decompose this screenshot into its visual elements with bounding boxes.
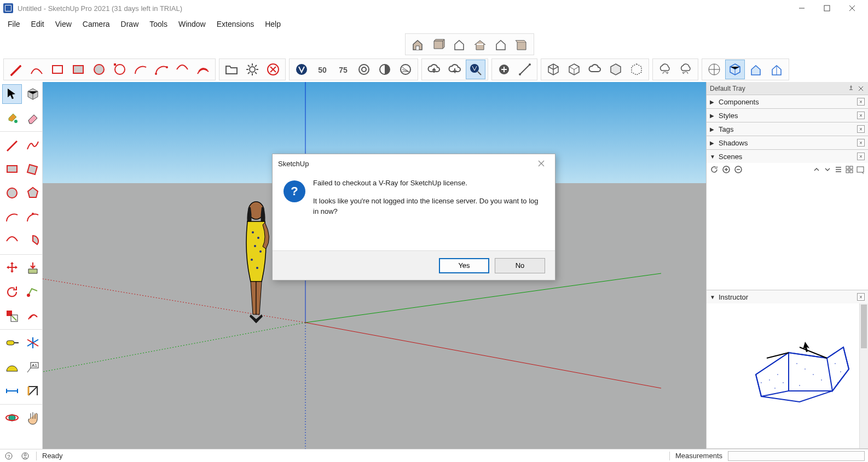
panel-close-icon[interactable]: ×	[857, 125, 865, 133]
rect-fill-button[interactable]	[68, 60, 88, 79]
arc-tool-2-tool[interactable]	[23, 207, 43, 227]
dialog-close-button[interactable]	[533, 156, 549, 171]
move-tool[interactable]	[2, 258, 22, 278]
panel-close-icon[interactable]: ×	[857, 153, 865, 160]
arc-tool-3-tool[interactable]	[2, 231, 22, 251]
house-roof-button[interactable]	[470, 34, 490, 54]
component-cube-tool[interactable]	[23, 84, 43, 104]
cloud-sync-down-button[interactable]	[676, 60, 696, 79]
line-tool-button[interactable]	[515, 60, 535, 79]
cube-blue-button[interactable]	[725, 60, 745, 79]
arc-free-button[interactable]	[172, 60, 192, 79]
offset-tool[interactable]	[23, 306, 43, 326]
add-scene-icon[interactable]	[722, 165, 731, 174]
house-blue-1-button[interactable]	[746, 60, 766, 79]
minimize-button[interactable]	[789, 0, 814, 16]
tray-panel-head-components[interactable]: ▶ Components ×	[707, 95, 868, 108]
cloud-sync-up-button[interactable]	[655, 60, 675, 79]
help-icon[interactable]: ?	[3, 451, 14, 461]
menu-tools[interactable]: Tools	[144, 17, 173, 31]
vray-logo-button[interactable]	[292, 60, 311, 79]
followme-tool[interactable]	[23, 282, 43, 302]
vray-50-button[interactable]: 50	[313, 60, 332, 79]
vray-cursor-button[interactable]	[466, 60, 485, 79]
render-half-button[interactable]	[375, 60, 395, 79]
menu-window[interactable]: Window	[173, 17, 211, 31]
circle-select-button[interactable]	[110, 60, 130, 79]
panel-close-icon[interactable]: ×	[857, 98, 865, 106]
house-blue-2-button[interactable]	[767, 60, 786, 79]
render-circle-button[interactable]	[354, 60, 374, 79]
tray-panel-head-styles[interactable]: ▶ Styles ×	[707, 109, 868, 122]
offset-arc-button[interactable]	[193, 60, 213, 79]
tray-panel-head-instructor[interactable]: ▼ Instructor ×	[707, 290, 868, 303]
scene-grid-icon[interactable]	[845, 165, 854, 174]
tray-panel-head-scenes[interactable]: ▼ Scenes ×	[707, 150, 868, 163]
house-open-button[interactable]	[408, 34, 427, 54]
folder-button[interactable]	[222, 60, 241, 79]
instructor-scrollbar[interactable]	[859, 303, 868, 448]
cube-2-button[interactable]	[564, 60, 584, 79]
dimension-tool[interactable]	[2, 381, 22, 401]
scale-tool[interactable]	[2, 306, 22, 326]
scene-down-icon[interactable]	[823, 165, 832, 174]
select-arrow-tool[interactable]	[2, 84, 22, 104]
arc-tool-1-tool[interactable]	[2, 207, 22, 227]
arc-button[interactable]	[131, 60, 151, 79]
rectangle-tool[interactable]	[2, 159, 22, 179]
paint-bucket-tool[interactable]	[2, 108, 22, 128]
eraser-tool[interactable]	[23, 108, 43, 128]
panel-close-icon[interactable]: ×	[857, 139, 865, 147]
scene-list-icon[interactable]	[834, 165, 843, 174]
gear-button[interactable]	[242, 60, 262, 79]
box-button[interactable]	[429, 34, 448, 54]
close-circle-button[interactable]	[263, 60, 283, 79]
tray-close-icon[interactable]	[857, 85, 865, 92]
render-hatch-button[interactable]	[396, 60, 415, 79]
section-tool[interactable]	[23, 381, 43, 401]
panel-close-icon[interactable]: ×	[857, 293, 865, 301]
menu-help[interactable]: Help	[259, 17, 286, 31]
cloud-up-button[interactable]	[424, 60, 444, 79]
refresh-icon[interactable]	[710, 165, 719, 174]
menu-camera[interactable]: Camera	[77, 17, 115, 31]
polygon-tool[interactable]	[23, 183, 43, 203]
menu-file[interactable]: File	[2, 17, 26, 31]
menu-view[interactable]: View	[50, 17, 77, 31]
pan-tool[interactable]	[23, 408, 43, 428]
protractor-tool[interactable]	[2, 357, 22, 377]
measurements-input[interactable]	[728, 451, 865, 461]
orbit-tool[interactable]	[2, 408, 22, 428]
pencil-draw-button[interactable]	[6, 60, 26, 79]
cube-4-button[interactable]	[627, 60, 646, 79]
maximize-button[interactable]	[814, 0, 840, 16]
scene-menu-icon[interactable]	[856, 165, 865, 174]
freehand-tool[interactable]	[23, 135, 43, 155]
axes-tool-tool[interactable]	[23, 333, 43, 353]
menu-extensions[interactable]: Extensions	[211, 17, 259, 31]
arc-2pt-button[interactable]	[152, 60, 171, 79]
close-window-button[interactable]	[840, 0, 865, 16]
tape-tool[interactable]	[2, 333, 22, 353]
person-icon[interactable]	[20, 451, 31, 461]
vray-75-button[interactable]: 75	[333, 60, 353, 79]
pin-icon[interactable]	[847, 85, 855, 92]
rect-draw-button[interactable]	[48, 60, 67, 79]
yes-button[interactable]: Yes	[439, 258, 489, 273]
curve-draw-button[interactable]	[27, 60, 47, 79]
dialog-titlebar[interactable]: SketchUp	[273, 154, 555, 173]
tray-panel-head-shadows[interactable]: ▶ Shadows ×	[707, 136, 868, 149]
pie-tool[interactable]	[23, 231, 43, 251]
scene-up-icon[interactable]	[812, 165, 821, 174]
plus-circle-button[interactable]	[494, 60, 514, 79]
no-button[interactable]: No	[495, 258, 545, 273]
tray-panel-head-tags[interactable]: ▶ Tags ×	[707, 122, 868, 136]
panel-close-icon[interactable]: ×	[857, 112, 865, 119]
tray-header[interactable]: Default Tray	[707, 82, 868, 95]
box-open-button[interactable]	[512, 34, 531, 54]
text-label-tool[interactable]: A1	[23, 357, 43, 377]
pushpull-tool[interactable]	[23, 258, 43, 278]
cube-1-button[interactable]	[543, 60, 563, 79]
menu-draw[interactable]: Draw	[115, 17, 144, 31]
pencil-tool[interactable]	[2, 135, 22, 155]
